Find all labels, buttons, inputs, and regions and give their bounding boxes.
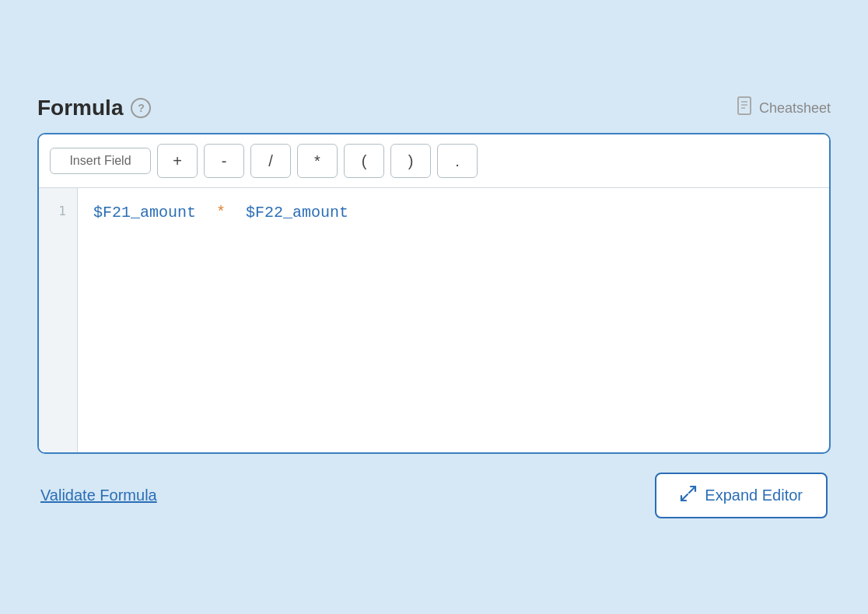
code-line-1: $F21_amount * $F22_amount [93, 199, 814, 227]
formula-editor: Insert Field + - / * ( ) . 1 $F21_amount… [37, 133, 831, 454]
expand-editor-button[interactable]: Expand Editor [655, 473, 828, 518]
code-content[interactable]: $F21_amount * $F22_amount [78, 188, 829, 452]
svg-rect-0 [738, 97, 751, 114]
svg-line-5 [689, 487, 695, 493]
expand-editor-label: Expand Editor [705, 487, 803, 504]
panel-title: Formula [37, 96, 123, 120]
dot-button[interactable]: . [437, 144, 478, 178]
line-number-1: 1 [58, 201, 66, 223]
close-paren-button[interactable]: ) [390, 144, 431, 178]
line-numbers: 1 [39, 188, 78, 452]
plus-operator-button[interactable]: + [157, 144, 198, 178]
divide-operator-button[interactable]: / [250, 144, 291, 178]
field-token-f22: $F22_amount [246, 199, 348, 227]
svg-line-4 [681, 494, 688, 501]
cheatsheet-button[interactable]: Cheatsheet [736, 96, 831, 120]
help-icon[interactable]: ? [131, 98, 151, 118]
cheatsheet-label: Cheatsheet [759, 100, 831, 117]
code-area: 1 $F21_amount * $F22_amount [39, 188, 829, 452]
minus-operator-button[interactable]: - [204, 144, 244, 178]
formula-panel: Formula ? Cheatsheet Insert Field + - [22, 72, 846, 542]
open-paren-button[interactable]: ( [344, 144, 384, 178]
formula-toolbar: Insert Field + - / * ( ) . [39, 134, 829, 188]
field-token-f21: $F21_amount [93, 199, 196, 227]
title-group: Formula ? [37, 96, 151, 120]
insert-field-button[interactable]: Insert Field [50, 148, 151, 174]
cheatsheet-icon [736, 96, 753, 120]
panel-footer: Validate Formula Expand Editor [37, 473, 831, 518]
multiply-operator-button[interactable]: * [297, 144, 338, 178]
panel-header: Formula ? Cheatsheet [37, 96, 831, 120]
operator-multiply: * [207, 199, 235, 227]
validate-formula-button[interactable]: Validate Formula [40, 487, 157, 504]
expand-icon [680, 485, 697, 506]
